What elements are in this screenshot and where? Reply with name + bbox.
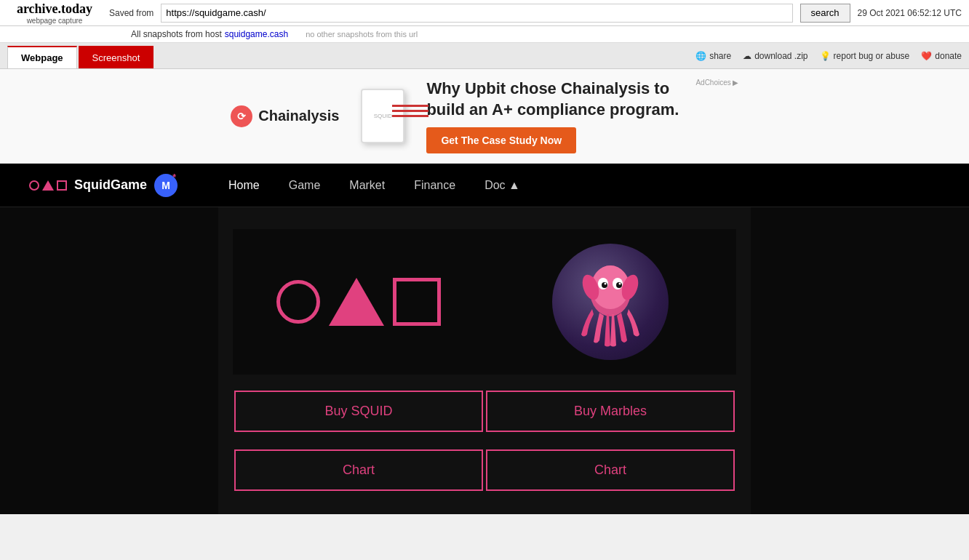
ad-lines — [392, 105, 428, 117]
svg-point-7 — [619, 283, 621, 285]
chainalysis-brand: Chainalysis — [258, 108, 339, 124]
ad-left: ⟳ Chainalysis — [231, 105, 339, 127]
snapshots-label: All snapshots from host — [131, 29, 222, 39]
squid-hero-box — [484, 229, 736, 375]
nav-home[interactable]: Home — [221, 179, 267, 192]
center-content: Buy SQUID Buy Marbles Chart Chart — [218, 207, 751, 514]
ad-banner: ⟳ Chainalysis SQUID Why Upbit chose Chai… — [0, 69, 969, 164]
nav-doc[interactable]: Doc ▲ — [477, 179, 527, 192]
nav-market[interactable]: Market — [342, 179, 392, 192]
site-logo-area: SquidGame M — [29, 174, 178, 197]
ad-line-1 — [392, 105, 428, 107]
report-link[interactable]: 💡 report bug or abuse — [820, 51, 910, 61]
coinmarketcap-badge: M — [154, 174, 178, 197]
download-icon: ☁ — [743, 51, 751, 61]
ad-choices-icon: ▶ — [733, 79, 738, 87]
share-icon: 🌐 — [695, 51, 706, 61]
ad-right: Why Upbit chose Chainalysis to build an … — [426, 79, 738, 153]
site-nav: Home Game Market Finance Doc ▲ — [221, 179, 527, 192]
ad-line-2 — [392, 110, 428, 112]
report-icon: 💡 — [820, 51, 831, 61]
buy-squid-button[interactable]: Buy SQUID — [234, 391, 483, 432]
tabs-right-actions: 🌐 share ☁ download .zip 💡 report bug or … — [695, 43, 962, 68]
hero-icons — [233, 229, 736, 375]
nav-finance[interactable]: Finance — [407, 179, 463, 192]
site-logo-shapes — [29, 180, 67, 191]
tab-webpage[interactable]: Webpage — [7, 46, 77, 68]
download-link[interactable]: ☁ download .zip — [743, 51, 808, 61]
snapshots-host-link[interactable]: squidgame.cash — [225, 29, 288, 39]
chart-buttons: Chart Chart — [233, 448, 736, 492]
url-input[interactable] — [161, 4, 792, 23]
chainalysis-logo: ⟳ Chainalysis — [231, 105, 339, 127]
site-content: SquidGame M Home Game Market Finance Doc… — [0, 164, 969, 514]
logo-triangle-shape — [42, 180, 54, 191]
ad-cta-button[interactable]: Get The Case Study Now — [426, 127, 576, 153]
squid-circle — [552, 244, 669, 360]
chainalysis-icon: ⟳ — [231, 105, 252, 127]
share-link[interactable]: 🌐 share — [695, 51, 731, 61]
top-bar: archive.today webpage capture Saved from… — [0, 0, 969, 26]
site-brand-name: SquidGame — [74, 177, 147, 193]
logo-area: archive.today webpage capture — [7, 1, 102, 25]
shapes-hero-box — [233, 229, 484, 375]
donate-link[interactable]: ❤️ donate — [921, 51, 962, 61]
large-square-shape — [393, 278, 441, 326]
timestamp: 29 Oct 2021 06:52:12 UTC — [858, 8, 962, 18]
heart-icon: ❤️ — [921, 51, 932, 61]
right-side-panel — [751, 207, 969, 514]
nav-game[interactable]: Game — [282, 179, 328, 192]
tab-screenshot[interactable]: Screenshot — [79, 46, 154, 68]
site-main: Buy SQUID Buy Marbles Chart Chart — [0, 207, 969, 514]
logo-circle-shape — [29, 180, 39, 191]
notebook-icon: SQUID — [361, 89, 404, 143]
left-side-panel — [0, 207, 218, 514]
ad-choices: AdChoices ▶ — [695, 79, 738, 87]
logo-subtitle: webpage capture — [27, 17, 83, 25]
snapshots-bar: All snapshots from host squidgame.cash n… — [0, 26, 969, 43]
site-navbar: SquidGame M Home Game Market Finance Doc… — [0, 164, 969, 207]
tabs-row: Webpage Screenshot 🌐 share ☁ download .z… — [0, 43, 969, 69]
ad-headline: Why Upbit chose Chainalysis to build an … — [426, 79, 681, 120]
ad-line-3 — [392, 115, 428, 117]
large-triangle-shape — [329, 278, 384, 326]
ad-right-top: Why Upbit chose Chainalysis to build an … — [426, 79, 738, 120]
squid-icon — [563, 255, 658, 349]
svg-point-6 — [605, 283, 607, 285]
buy-marbles-button[interactable]: Buy Marbles — [486, 391, 735, 432]
no-snapshots-label: no other snapshots from this url — [306, 30, 418, 39]
logo-square-shape — [57, 180, 67, 191]
chart-button-2[interactable]: Chart — [486, 449, 735, 491]
logo-title[interactable]: archive.today — [17, 1, 92, 17]
large-shapes — [276, 278, 441, 326]
saved-from-label: Saved from — [109, 8, 153, 18]
action-buttons: Buy SQUID Buy Marbles — [233, 389, 736, 433]
large-circle-shape — [276, 280, 320, 324]
search-button[interactable]: search — [800, 4, 850, 23]
chart-button-1[interactable]: Chart — [234, 449, 483, 491]
ad-center: SQUID — [361, 89, 404, 143]
